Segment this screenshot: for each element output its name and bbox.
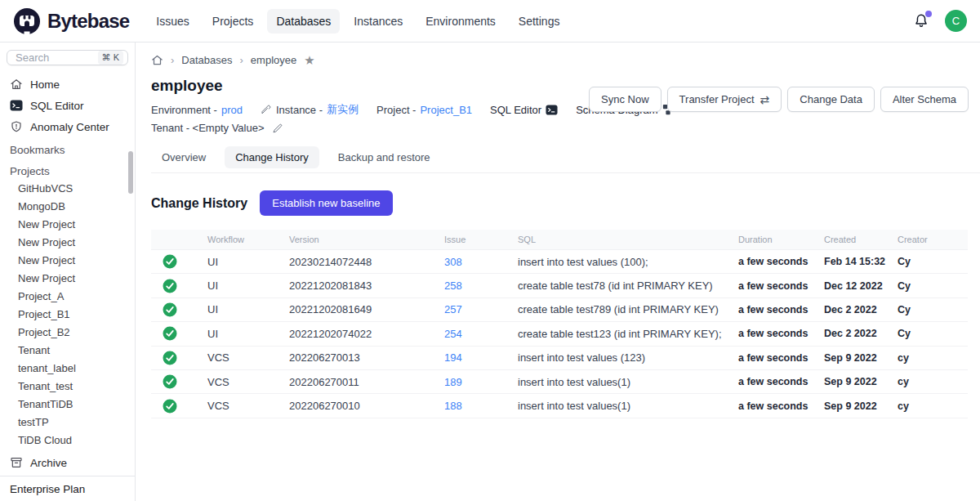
creator-cell: cy bbox=[886, 376, 968, 387]
sidebar-project-new-project[interactable]: New Project bbox=[0, 216, 135, 234]
version-cell: 202206270013 bbox=[278, 351, 433, 364]
sidebar-project-new-project[interactable]: New Project bbox=[0, 234, 135, 252]
breadcrumb-home-icon[interactable] bbox=[151, 54, 163, 66]
success-check-icon bbox=[163, 351, 177, 365]
table-row[interactable]: VCS 202206270010 188 insert into test va… bbox=[151, 394, 968, 418]
sidebar-project-new-project[interactable]: New Project bbox=[0, 270, 135, 288]
subscription-plan[interactable]: Enterprise Plan bbox=[0, 476, 135, 501]
change-history-table: WorkflowVersionIssueSQLDurationCreatedCr… bbox=[151, 230, 968, 418]
notification-bell-button[interactable] bbox=[912, 12, 930, 30]
breadcrumb-chevron-icon: › bbox=[240, 54, 243, 66]
table-row[interactable]: UI 20230214072448 308 insert into test v… bbox=[151, 250, 968, 274]
sidebar-project-githubvcs[interactable]: GitHubVCS bbox=[0, 180, 135, 198]
issue-link[interactable]: 254 bbox=[444, 328, 462, 340]
table-row[interactable]: UI 20221202081843 258 create table test7… bbox=[151, 274, 968, 297]
nav-item-projects[interactable]: Projects bbox=[203, 9, 263, 34]
creator-cell: Cy bbox=[886, 280, 968, 292]
table-row[interactable]: UI 20221202074022 254 create table test1… bbox=[151, 322, 968, 346]
bytebase-logo[interactable]: Bytebase bbox=[13, 7, 129, 35]
sidebar-project-tidb-cloud[interactable]: TiDB Cloud bbox=[0, 432, 135, 450]
edit-pencil-icon[interactable] bbox=[272, 123, 283, 134]
table-header-row: WorkflowVersionIssueSQLDurationCreatedCr… bbox=[151, 230, 968, 250]
created-cell: Dec 12 2022 bbox=[813, 280, 886, 292]
issue-link[interactable]: 257 bbox=[444, 303, 462, 315]
change-data-button[interactable]: Change Data bbox=[787, 87, 875, 112]
workflow-cell: UI bbox=[196, 280, 278, 292]
sidebar-item-anomaly-center[interactable]: Anomaly Center bbox=[0, 116, 135, 137]
establish-new-baseline-button[interactable]: Establish new baseline bbox=[260, 190, 392, 216]
nav-item-settings[interactable]: Settings bbox=[510, 9, 569, 34]
success-check-icon bbox=[163, 399, 177, 414]
instance-link[interactable]: 新实例 bbox=[327, 102, 359, 117]
sidebar-project-tenant-test[interactable]: Tenant_test bbox=[0, 378, 135, 396]
version-cell: 20221202074022 bbox=[278, 328, 433, 340]
sidebar-project-new-project[interactable]: New Project bbox=[0, 252, 135, 270]
sidebar-projects-list: GitHubVCSMongoDBNew ProjectNew ProjectNe… bbox=[0, 180, 135, 450]
version-cell: 202206270010 bbox=[278, 400, 433, 412]
tab-overview[interactable]: Overview bbox=[151, 146, 216, 168]
issue-link[interactable]: 258 bbox=[444, 280, 462, 292]
sql-cell: insert into test values(1) bbox=[506, 376, 727, 388]
issue-link[interactable]: 188 bbox=[444, 400, 462, 412]
search-input[interactable] bbox=[14, 51, 81, 65]
sidebar-project-project-a[interactable]: Project_A bbox=[0, 288, 135, 306]
success-check-icon bbox=[163, 374, 177, 389]
alter-schema-button[interactable]: Alter Schema bbox=[880, 87, 969, 112]
tab-backup-and-restore[interactable]: Backup and restore bbox=[327, 146, 441, 168]
table-row[interactable]: VCS 202206270011 189 insert into test va… bbox=[151, 370, 968, 394]
column-header-workflow: Workflow bbox=[196, 235, 278, 244]
sql-cell: insert into test values (100); bbox=[506, 256, 727, 268]
action-button-label: Transfer Project bbox=[679, 93, 755, 105]
project-link[interactable]: Project_B1 bbox=[420, 104, 472, 116]
environment-link[interactable]: prod bbox=[221, 104, 243, 116]
version-cell: 20230214072448 bbox=[278, 256, 433, 268]
workflow-cell: VCS bbox=[196, 376, 278, 388]
table-row[interactable]: VCS 202206270013 194 insert into test va… bbox=[151, 347, 968, 370]
version-cell: 202206270011 bbox=[278, 376, 433, 388]
duration-cell: a few seconds bbox=[727, 352, 813, 364]
creator-cell: cy bbox=[886, 352, 968, 364]
sql-editor-link[interactable]: SQL Editor bbox=[490, 104, 558, 116]
sidebar-project-tenanttidb[interactable]: TenantTiDB bbox=[0, 396, 135, 414]
column-header-issue: Issue bbox=[433, 235, 506, 244]
nav-item-environments[interactable]: Environments bbox=[416, 9, 505, 34]
sidebar-item-home[interactable]: Home bbox=[0, 74, 135, 95]
issue-link[interactable]: 308 bbox=[444, 256, 462, 268]
bookmark-star-icon[interactable]: ★ bbox=[304, 54, 314, 66]
sidebar-project-project-b1[interactable]: Project_B1 bbox=[0, 306, 135, 324]
sidebar-project-tenant[interactable]: Tenant bbox=[0, 342, 135, 360]
tab-change-history[interactable]: Change History bbox=[225, 146, 319, 168]
breadcrumb-item-employee[interactable]: employee bbox=[251, 54, 296, 66]
breadcrumb-chevron-icon: › bbox=[171, 54, 174, 66]
sidebar-project-tenant-label[interactable]: tenant_label bbox=[0, 360, 135, 378]
sidebar: ⌘ K Home SQL Editor bbox=[0, 42, 136, 501]
sidebar-project-testtp[interactable]: testTP bbox=[0, 414, 135, 432]
sidebar-section-projects[interactable]: Projects bbox=[0, 159, 135, 180]
column-header-duration: Duration bbox=[727, 235, 813, 244]
column-header-version: Version bbox=[278, 235, 433, 244]
avatar[interactable]: C bbox=[945, 10, 967, 32]
action-button-label: Change Data bbox=[800, 93, 862, 105]
sidebar-section-bookmarks[interactable]: Bookmarks bbox=[0, 137, 135, 159]
sync-now-button[interactable]: Sync Now bbox=[589, 87, 662, 112]
top-nav-right: C bbox=[912, 10, 967, 32]
transfer-project-button[interactable]: Transfer Project ⇄ bbox=[667, 87, 782, 112]
success-check-icon bbox=[163, 279, 177, 293]
nav-item-databases[interactable]: Databases bbox=[267, 9, 340, 34]
issue-link[interactable]: 189 bbox=[444, 376, 462, 388]
sidebar-item-sql-editor[interactable]: SQL Editor bbox=[0, 95, 135, 116]
table-row[interactable]: UI 20221202081649 257 create table test7… bbox=[151, 298, 968, 322]
top-nav: Bytebase IssuesProjectsDatabasesInstance… bbox=[0, 0, 980, 42]
sidebar-scrollbar[interactable] bbox=[128, 151, 133, 194]
nav-item-instances[interactable]: Instances bbox=[345, 9, 412, 34]
transfer-arrows-icon: ⇄ bbox=[760, 93, 770, 106]
sidebar-item-archive[interactable]: Archive bbox=[0, 450, 135, 476]
sidebar-project-mongodb[interactable]: MongoDB bbox=[0, 198, 135, 216]
nav-item-issues[interactable]: Issues bbox=[147, 9, 198, 34]
search-box[interactable]: ⌘ K bbox=[7, 50, 128, 65]
sidebar-project-project-b2[interactable]: Project_B2 bbox=[0, 324, 135, 342]
breadcrumb-item-databases[interactable]: Databases bbox=[181, 54, 232, 66]
status-cell bbox=[151, 326, 196, 341]
workflow-cell: UI bbox=[196, 303, 278, 315]
issue-link[interactable]: 194 bbox=[444, 351, 462, 364]
